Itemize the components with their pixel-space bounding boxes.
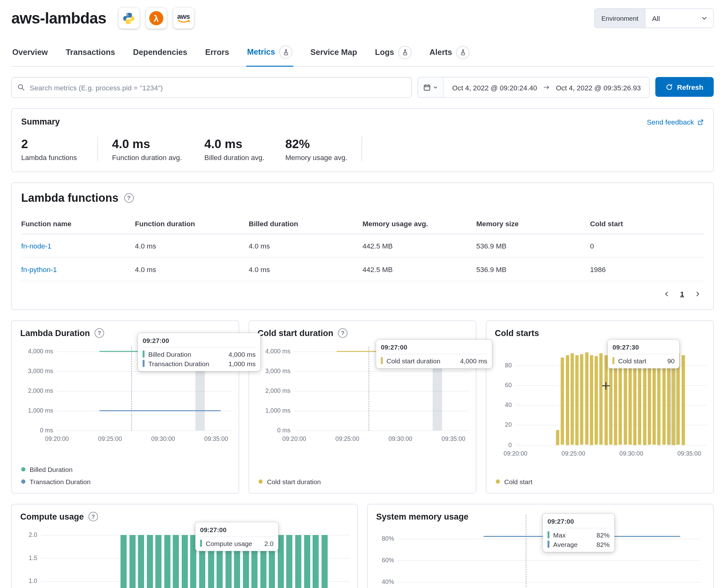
chevron-down-icon	[701, 15, 708, 22]
ytick: 2.0	[19, 531, 37, 539]
vbar	[682, 356, 685, 445]
gridline	[294, 411, 470, 411]
help-icon[interactable]	[124, 193, 134, 203]
cell-function-duration: 4.0 ms	[135, 257, 249, 281]
stat-label: Lambda functions	[21, 153, 83, 161]
tab-alerts[interactable]: Alerts	[429, 42, 471, 66]
vbar	[590, 356, 593, 445]
vbar	[322, 535, 328, 588]
series-line	[100, 410, 221, 411]
legend-dot	[496, 479, 500, 484]
summary-stat: 82% Memory usage avg.	[285, 136, 361, 161]
compute-usage-chart: Compute usage 09:27:00 Compute usage 2.0…	[11, 504, 358, 588]
function-link[interactable]: fn-node-1	[21, 241, 51, 250]
dashline	[369, 346, 369, 430]
legend-dot	[21, 479, 26, 484]
search-input[interactable]: Search metrics (E.g. process.pid = "1234…	[11, 77, 412, 98]
environment-select[interactable]: Environment All	[595, 8, 714, 28]
page-number[interactable]: 1	[676, 288, 689, 300]
tab-logs[interactable]: Logs	[374, 42, 412, 66]
gridline	[294, 430, 470, 431]
vbar	[599, 353, 603, 445]
ytick: 20	[494, 421, 512, 428]
cell-cold-start: 1986	[590, 257, 704, 281]
date-start[interactable]: Oct 4, 2022 @ 09:20:24.40	[452, 83, 537, 91]
divider	[98, 136, 98, 161]
tooltip-time: 09:27:00	[200, 526, 274, 537]
date-end[interactable]: Oct 4, 2022 @ 09:35:26.93	[556, 83, 641, 91]
tooltip-time: 09:27:00	[381, 343, 488, 354]
tab-metrics[interactable]: Metrics	[246, 42, 293, 67]
tab-service-map[interactable]: Service Map	[309, 42, 358, 66]
chart-legend: Billed Duration Transaction Duration	[21, 466, 91, 485]
series-color-bar	[381, 357, 383, 364]
xtick: 09:35:00	[670, 449, 708, 457]
ytick: 80%	[373, 535, 394, 542]
cell-memory-usage-avg: 442.5 MB	[362, 257, 476, 281]
xtick: 09:30:00	[382, 435, 419, 442]
date-quick-select-button[interactable]	[418, 78, 444, 97]
legend-item[interactable]: Cold start duration	[258, 478, 321, 485]
vbar	[121, 535, 127, 588]
system-memory-usage-chart: System memory usage 09:27:00 Max 82% Ave…	[367, 504, 714, 588]
vbar	[147, 535, 153, 588]
gridline	[294, 371, 470, 372]
tab-dependencies[interactable]: Dependencies	[132, 42, 188, 66]
gridline	[398, 582, 700, 582]
xtick: 09:25:00	[555, 449, 592, 457]
legend-item[interactable]: Cold start	[496, 478, 533, 485]
tab-transactions[interactable]: Transactions	[65, 42, 116, 66]
chart-title: System memory usage	[376, 512, 469, 522]
cell-memory-size: 536.9 MB	[476, 234, 590, 257]
tab-overview[interactable]: Overview	[11, 42, 49, 66]
tab-errors[interactable]: Errors	[204, 42, 230, 66]
ytick: 80	[494, 361, 512, 369]
gridline	[57, 371, 232, 372]
send-feedback-link[interactable]: Send feedback	[647, 118, 704, 126]
ytick: 60%	[373, 556, 394, 564]
cell-cold-start: 0	[590, 234, 704, 257]
help-icon[interactable]	[338, 329, 348, 338]
refresh-button[interactable]: Refresh	[655, 77, 714, 97]
help-icon[interactable]	[88, 512, 98, 522]
summary-title: Summary	[21, 117, 60, 127]
vbar	[313, 535, 319, 588]
gridline	[294, 391, 470, 391]
tech-preview-beaker-icon	[456, 46, 470, 59]
cell-billed-duration: 4.0 ms	[249, 234, 362, 257]
vbar	[287, 535, 293, 588]
gridline	[398, 560, 700, 561]
metrics-toolbar: Search metrics (E.g. process.pid = "1234…	[11, 77, 714, 98]
vbar	[556, 430, 560, 445]
cell-function-duration: 4.0 ms	[135, 234, 249, 257]
gridline	[516, 445, 707, 445]
lambda-functions-panel: Lambda functions Function name Function …	[11, 182, 714, 310]
chart-legend: Cold start duration	[258, 478, 321, 485]
function-link[interactable]: fn-python-1	[21, 265, 57, 273]
tooltip-time: 09:27:30	[613, 343, 675, 354]
vbar	[565, 356, 569, 445]
legend-item[interactable]: Transaction Duration	[21, 478, 91, 485]
tabs: Overview Transactions Dependencies Error…	[11, 42, 714, 67]
page-title: aws-lambdas	[11, 9, 106, 27]
next-page-button[interactable]	[692, 288, 704, 300]
legend-item[interactable]: Billed Duration	[21, 466, 91, 473]
ytick: 0	[494, 441, 512, 449]
summary-stat: 4.0 ms Function duration avg.	[112, 136, 204, 161]
help-icon[interactable]	[95, 329, 104, 338]
stat-label: Billed duration avg.	[204, 153, 271, 161]
lambda-glyph: λ	[149, 11, 163, 25]
previous-page-button[interactable]	[660, 288, 672, 300]
vbar	[585, 352, 588, 445]
chart-tooltip: 09:27:30 Cold start 90	[608, 339, 680, 369]
chevron-right-icon	[695, 291, 701, 297]
lambda-functions-title: Lambda functions	[21, 191, 119, 204]
cold-starts-chart: Cold starts 09:27:30 Cold start 90 Cold …	[486, 320, 714, 493]
aws-logo-text: aws	[177, 13, 190, 20]
series-color-bar	[548, 531, 550, 539]
xtick: 09:35:00	[198, 435, 235, 442]
vbar	[643, 356, 646, 445]
vbar	[614, 356, 617, 445]
vbar	[604, 356, 608, 445]
python-icon	[119, 8, 139, 28]
